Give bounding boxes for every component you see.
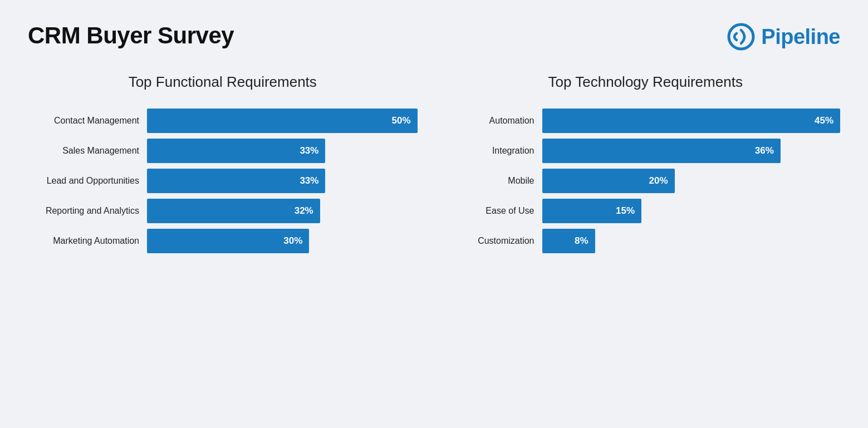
bar-value: 45%: [815, 115, 833, 126]
charts-row: Top Functional Requirements Contact Mana…: [28, 73, 840, 253]
bar-fill: 33%: [147, 169, 325, 193]
bar-row: Integration 36%: [451, 139, 841, 163]
logo-text: Pipeline: [761, 25, 840, 49]
bar-value: 20%: [649, 175, 668, 186]
bar-value: 50%: [391, 115, 410, 126]
bar-track: 8%: [542, 229, 841, 253]
bar-label: Marketing Automation: [28, 236, 139, 246]
bar-label: Lead and Opportunities: [28, 176, 139, 186]
bar-label: Integration: [451, 146, 534, 156]
functional-chart-section: Top Functional Requirements Contact Mana…: [28, 73, 418, 253]
functional-chart-title: Top Functional Requirements: [28, 73, 418, 91]
bar-track: 15%: [542, 199, 841, 223]
bar-fill: 32%: [147, 199, 320, 223]
bar-row: Mobile 20%: [451, 169, 841, 193]
bar-row: Sales Management 33%: [28, 139, 418, 163]
pipeline-logo-icon: [727, 22, 756, 51]
bar-value: 32%: [295, 205, 313, 217]
bar-fill: 15%: [542, 199, 642, 223]
bar-fill: 50%: [147, 109, 418, 133]
bar-row: Marketing Automation 30%: [28, 229, 418, 253]
bar-fill: 30%: [147, 229, 309, 253]
bar-fill: 33%: [147, 139, 325, 163]
bar-track: 33%: [147, 169, 418, 193]
bar-row: Automation 45%: [451, 109, 841, 133]
header: CRM Buyer Survey Pipeline: [28, 22, 840, 51]
bar-value: 15%: [616, 205, 635, 217]
bar-value: 36%: [755, 145, 774, 156]
bar-fill: 45%: [542, 109, 841, 133]
bar-track: 50%: [147, 109, 418, 133]
bar-label: Ease of Use: [451, 206, 534, 216]
bar-track: 30%: [147, 229, 418, 253]
bar-fill: 8%: [542, 229, 595, 253]
bar-track: 45%: [542, 109, 841, 133]
technology-bar-chart: Automation 45% Integration 36% Mobile 20…: [451, 109, 841, 253]
bar-value: 30%: [283, 235, 302, 247]
bar-row: Customization 8%: [451, 229, 841, 253]
technology-chart-section: Top Technology Requirements Automation 4…: [451, 73, 841, 253]
bar-fill: 36%: [542, 139, 781, 163]
bar-value: 33%: [300, 175, 318, 186]
bar-track: 20%: [542, 169, 841, 193]
svg-point-0: [729, 24, 753, 49]
bar-row: Lead and Opportunities 33%: [28, 169, 418, 193]
bar-track: 36%: [542, 139, 841, 163]
bar-label: Contact Management: [28, 116, 139, 126]
bar-track: 32%: [147, 199, 418, 223]
bar-label: Automation: [451, 116, 534, 126]
technology-chart-title: Top Technology Requirements: [451, 73, 841, 91]
page-wrapper: CRM Buyer Survey Pipeline Top Functional…: [28, 22, 840, 253]
bar-label: Mobile: [451, 176, 534, 186]
bar-row: Reporting and Analytics 32%: [28, 199, 418, 223]
page-title: CRM Buyer Survey: [28, 22, 234, 49]
bar-value: 8%: [575, 235, 589, 247]
bar-label: Reporting and Analytics: [28, 206, 139, 216]
bar-track: 33%: [147, 139, 418, 163]
bar-row: Ease of Use 15%: [451, 199, 841, 223]
bar-value: 33%: [300, 145, 318, 156]
functional-bar-chart: Contact Management 50% Sales Management …: [28, 109, 418, 253]
bar-label: Sales Management: [28, 146, 139, 156]
bar-label: Customization: [451, 236, 534, 246]
bar-row: Contact Management 50%: [28, 109, 418, 133]
logo-container: Pipeline: [727, 22, 840, 51]
bar-fill: 20%: [542, 169, 675, 193]
